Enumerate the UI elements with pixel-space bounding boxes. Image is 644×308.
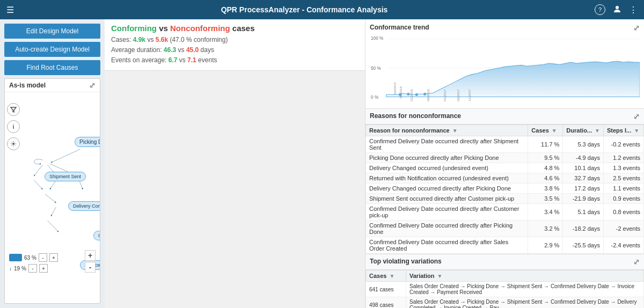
- svg-line-10: [50, 180, 56, 189]
- process-map[interactable]: i: [5, 92, 100, 289]
- svg-line-9: [34, 180, 42, 189]
- reasons-row[interactable]: Delivery Changed occurred (undesired eve…: [366, 163, 644, 173]
- expand-asis-icon[interactable]: ⤢: [89, 81, 96, 90]
- reason-cases: 3.2 %: [528, 221, 563, 237]
- menu-icon[interactable]: ☰: [6, 5, 14, 15]
- conforming-plus[interactable]: +: [49, 253, 58, 262]
- reason-steps: 1.2 events: [604, 153, 644, 163]
- svg-line-6: [34, 165, 42, 175]
- expand-trend-icon[interactable]: ⤢: [633, 24, 640, 32]
- node-shipment-sent[interactable]: Shipment Sent: [45, 172, 86, 181]
- svg-line-11: [79, 180, 83, 189]
- center-panel: Conforming vs Nonconforming cases Cases:…: [105, 19, 365, 308]
- duration-conforming: 46.3: [164, 46, 176, 54]
- auto-create-design-model-button[interactable]: Auto-create Design Model: [4, 42, 100, 57]
- reasons-row[interactable]: Shipment Sent occurred directly after Cu…: [366, 194, 644, 204]
- reasons-section: Reasons for nonconformance ⤢ Reason for …: [365, 109, 644, 254]
- conforming-minus[interactable]: -: [39, 253, 47, 262]
- reason-duration: 10.1 days: [563, 163, 604, 173]
- svg-line-14: [47, 221, 58, 232]
- reason-duration: -21.9 days: [563, 194, 604, 204]
- right-panel: Conformance trend ⤢ 100 % 50 % 0 %: [365, 19, 644, 308]
- col-cases[interactable]: Cases ▼: [528, 125, 563, 136]
- events-stat: Events on average: 6.7 vs 7.1 events: [111, 55, 358, 65]
- reasons-row[interactable]: Picking Done occurred directly after Pic…: [366, 153, 644, 163]
- svg-line-13: [51, 207, 56, 216]
- left-panel: Edit Design Model Auto-create Design Mod…: [0, 19, 105, 308]
- reason-cases: 9.5 %: [528, 153, 563, 163]
- node-delivery-completed[interactable]: Delivery Completed: [68, 201, 100, 211]
- nonconforming-pct: 19 %: [14, 266, 26, 272]
- process-sidebar-icons: i: [7, 103, 20, 150]
- user-icon[interactable]: [613, 5, 621, 15]
- violation-text: Sales Order Created → Picking Done → Shi…: [406, 282, 644, 297]
- zoom-in-button[interactable]: +: [85, 250, 96, 261]
- node-picking-done[interactable]: Picking Done: [75, 137, 100, 147]
- reasons-row[interactable]: Confirmed Delivery Date occurred directl…: [366, 237, 644, 254]
- reason-text: Confirmed Delivery Date occurred directl…: [366, 204, 528, 221]
- info-icon[interactable]: i: [7, 120, 20, 133]
- svg-point-2: [12, 143, 14, 145]
- reason-duration: -4.9 days: [563, 153, 604, 163]
- vs-label: vs: [159, 24, 170, 33]
- reasons-row[interactable]: Confirmed Delivery Date occurred directl…: [366, 221, 644, 237]
- reasons-row[interactable]: Confirmed Delivery Date occurred directl…: [366, 136, 644, 153]
- conforming-pct: 63 %: [24, 255, 36, 261]
- help-icon[interactable]: ?: [595, 4, 605, 15]
- svg-line-5: [51, 149, 80, 163]
- topbar: ☰ QPR ProcessAnalyzer - Conformance Anal…: [0, 0, 644, 19]
- reasons-row[interactable]: Delivery Changed occurred directly after…: [366, 184, 644, 194]
- vcol-cases[interactable]: Cases ▼: [366, 270, 406, 282]
- more-icon[interactable]: ⋮: [629, 5, 638, 15]
- reason-text: Delivery Changed occurred (undesired eve…: [366, 163, 528, 173]
- zoom-out-button[interactable]: -: [85, 262, 96, 273]
- expand-reasons-icon[interactable]: ⤢: [633, 112, 640, 121]
- duration-stat: Average duration: 46.3 vs 45.0 days: [111, 45, 358, 55]
- node-confirmed-delivery[interactable]: Confirmed Delivery Date: [93, 231, 100, 240]
- stats-title: Conforming vs Nonconforming cases: [111, 24, 358, 33]
- center-empty: [105, 71, 365, 308]
- app-title: QPR ProcessAnalyzer - Conformance Analys…: [14, 5, 595, 14]
- col-reason[interactable]: Reason for nonconformance ▼: [366, 125, 528, 136]
- svg-text:11/2017: 11/2017: [467, 89, 471, 101]
- reason-cases: 11.7 %: [528, 136, 563, 153]
- expand-violations-icon[interactable]: ⤢: [633, 258, 640, 266]
- reason-steps: 1.3 events: [604, 163, 644, 173]
- stats-header: Conforming vs Nonconforming cases Cases:…: [105, 19, 365, 71]
- reason-cases: 3.5 %: [528, 194, 563, 204]
- conforming-label: Conforming: [111, 24, 157, 33]
- trend-title: Conformance trend: [370, 24, 429, 32]
- map-controls: 63 % - + ↓ 19 % - +: [9, 253, 58, 273]
- cases-nonconforming: 5.6k: [156, 36, 168, 43]
- find-root-causes-button[interactable]: Find Root Causes: [4, 60, 100, 75]
- edit-design-model-button[interactable]: Edit Design Model: [4, 24, 100, 39]
- cases-suffix: cases: [232, 24, 255, 33]
- nonconforming-label: Nonconforming: [170, 24, 230, 33]
- settings-icon[interactable]: [7, 137, 20, 150]
- violations-row[interactable]: 641 cases Sales Order Created → Picking …: [366, 282, 644, 297]
- col-duration[interactable]: Duratio... ▼: [563, 125, 604, 136]
- violations-section: Top violating variations ⤢ Cases ▼ Varia…: [365, 254, 644, 308]
- reasons-row[interactable]: Returned with Notification occurred (und…: [366, 173, 644, 184]
- reason-text: Confirmed Delivery Date occurred directl…: [366, 136, 528, 153]
- violation-text: Sales Order Created → Picking Done → Shi…: [406, 297, 644, 309]
- svg-point-23: [415, 93, 418, 96]
- zoom-controls: + -: [85, 250, 96, 273]
- violations-row[interactable]: 498 cases Sales Order Created → Picking …: [366, 297, 644, 309]
- col-steps[interactable]: Steps I... ▼: [604, 125, 644, 136]
- violation-cases: 641 cases: [366, 282, 406, 297]
- reason-cases: 2.9 %: [528, 237, 563, 254]
- reason-duration: 5.3 days: [563, 136, 604, 153]
- conformance-trend-section: Conformance trend ⤢ 100 % 50 % 0 %: [365, 19, 644, 109]
- trend-chart: 100 % 50 % 0 %: [370, 34, 640, 104]
- reasons-row[interactable]: Confirmed Delivery Date occurred directl…: [366, 204, 644, 221]
- reason-duration: 17.2 days: [563, 184, 604, 194]
- vcol-variation[interactable]: Variation ▼: [406, 270, 644, 282]
- filter-icon[interactable]: [7, 103, 20, 116]
- svg-text:50 %: 50 %: [371, 65, 381, 70]
- reason-steps: -2 events: [604, 221, 644, 237]
- nonconforming-minus[interactable]: -: [28, 264, 37, 273]
- nonconforming-plus[interactable]: +: [39, 264, 48, 273]
- reason-text: Shipment Sent occurred directly after Cu…: [366, 194, 528, 204]
- svg-text:100 %: 100 %: [371, 36, 384, 41]
